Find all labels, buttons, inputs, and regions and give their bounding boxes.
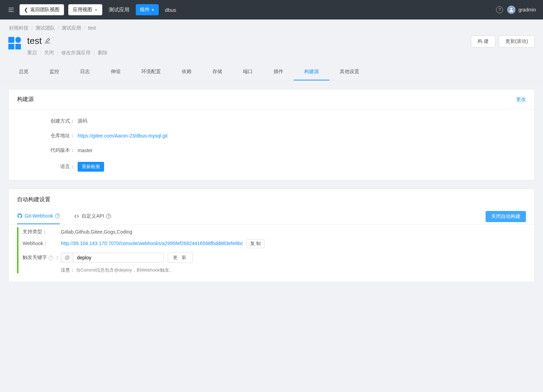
tab-git-webhook[interactable]: Git-Webhook ? bbox=[17, 213, 60, 224]
auto-build-title: 自动构建设置 bbox=[9, 189, 534, 206]
card-title: 构建源 bbox=[17, 96, 34, 103]
app-logo bbox=[8, 37, 22, 51]
note-label: 注意： bbox=[61, 267, 74, 273]
close-action[interactable]: 关闭 bbox=[41, 50, 57, 56]
git-webhook-label: Git-Webhook bbox=[25, 213, 53, 219]
sub-actions: 重启 关闭 修改所属应用 删除 bbox=[27, 50, 111, 56]
code-version-label: 代码版本 bbox=[44, 147, 75, 154]
webhook-label: Webhook： bbox=[23, 241, 61, 247]
help-icon[interactable]: ? bbox=[496, 6, 503, 13]
disable-auto-build-button[interactable]: 关闭自动构建 bbox=[486, 211, 526, 222]
create-method-label: 创建方式 bbox=[44, 118, 75, 124]
page-header: test 重启 关闭 修改所属应用 删除 构 建 更新(滚动) bbox=[0, 34, 543, 60]
build-source-card: 构建源 更改 创建方式 源码 仓库地址 https://gitee.com/Aa… bbox=[8, 89, 535, 180]
components-dropdown[interactable]: 组件 ▼ bbox=[136, 4, 159, 15]
avatar bbox=[507, 6, 516, 14]
components-label: 组件 bbox=[140, 7, 150, 13]
build-button[interactable]: 构 建 bbox=[471, 36, 495, 47]
app-view-dropdown[interactable]: 应用视图 ▼ bbox=[68, 4, 102, 15]
back-label: 返回团队视图 bbox=[30, 7, 60, 13]
tab-overview[interactable]: 总览 bbox=[8, 64, 39, 80]
tab-custom-api[interactable]: 自定义API ? bbox=[74, 213, 111, 224]
tab-other-settings[interactable]: 其他设置 bbox=[329, 64, 370, 80]
tab-storage[interactable]: 存储 bbox=[202, 64, 233, 80]
chevron-left-icon: ❮ bbox=[24, 7, 28, 13]
tab-scale[interactable]: 伸缩 bbox=[100, 64, 131, 80]
tab-env[interactable]: 环境配置 bbox=[131, 64, 171, 80]
status-bar bbox=[17, 227, 18, 273]
caret-down-icon: ▼ bbox=[151, 8, 155, 12]
change-link[interactable]: 更改 bbox=[516, 96, 526, 103]
note-text: 当Commit信息包含@deploy，则Webhook触发。 bbox=[76, 267, 174, 273]
trigger-label: 触发关键字? ： bbox=[23, 254, 61, 261]
create-method-value: 源码 bbox=[75, 118, 87, 124]
tab-plugin[interactable]: 插件 bbox=[263, 64, 294, 80]
svg-point-3 bbox=[511, 8, 512, 10]
trigger-keyword-input[interactable] bbox=[73, 253, 164, 262]
breadcrumb-item[interactable]: 好雨科技 bbox=[9, 25, 29, 31]
update-trigger-button[interactable]: 更 新 bbox=[168, 252, 193, 263]
api-icon bbox=[74, 213, 79, 219]
repo-url-label: 仓库地址 bbox=[44, 133, 75, 139]
back-to-team-button[interactable]: ❮ 返回团队视图 bbox=[19, 4, 64, 15]
tab-dependency[interactable]: 依赖 bbox=[171, 64, 202, 80]
copy-button[interactable]: 复 制 bbox=[246, 239, 265, 248]
view-label: 应用视图 bbox=[73, 7, 92, 13]
trigger-prefix: @ bbox=[61, 253, 73, 262]
auto-build-card: 自动构建设置 Git-Webhook ? 自定义API ? 关闭自动构建 bbox=[8, 189, 535, 282]
topbar: ❮ 返回团队视图 应用视图 ▼ 测试应用 组件 ▼ dbus ? gradmin bbox=[0, 0, 543, 19]
breadcrumb: 好雨科技 / 测试团队 / 测试应用 / test bbox=[0, 19, 543, 34]
main-tabs: 总览 监控 日志 伸缩 环境配置 依赖 存储 端口 插件 构建源 其他设置 bbox=[0, 64, 543, 81]
tab-monitor[interactable]: 监控 bbox=[39, 64, 70, 80]
repo-url-link[interactable]: https://gitee.com/Aaron-23/dbus-mysql.gi… bbox=[78, 133, 167, 139]
component-name-label: dbus bbox=[165, 7, 176, 13]
menu-toggle-icon[interactable] bbox=[7, 6, 15, 14]
help-icon[interactable]: ? bbox=[55, 213, 60, 218]
code-version-value: master bbox=[75, 148, 93, 153]
help-icon[interactable]: ? bbox=[106, 214, 111, 219]
update-rolling-button[interactable]: 更新(滚动) bbox=[499, 36, 535, 47]
breadcrumb-item: test bbox=[88, 25, 96, 31]
language-label: 语言 bbox=[44, 164, 75, 170]
webhook-url-link[interactable]: http://39.104.143.170:7070/console/webho… bbox=[61, 241, 243, 246]
edit-icon[interactable] bbox=[44, 37, 51, 45]
caret-down-icon: ▼ bbox=[94, 8, 98, 12]
user-menu[interactable]: gradmin bbox=[507, 6, 536, 14]
redetect-button[interactable]: 重新检测 bbox=[78, 162, 104, 172]
restart-action[interactable]: 重启 bbox=[27, 50, 40, 56]
username-label: gradmin bbox=[518, 7, 536, 13]
tab-port[interactable]: 端口 bbox=[233, 64, 263, 80]
app-name-label: 测试应用 bbox=[109, 7, 129, 13]
support-type-value: Gitlab,Github,Gitee,Gogs,Coding bbox=[61, 229, 526, 235]
delete-action[interactable]: 删除 bbox=[94, 50, 111, 56]
page-title: test bbox=[27, 36, 42, 46]
change-app-action[interactable]: 修改所属应用 bbox=[58, 50, 94, 56]
github-icon bbox=[17, 213, 23, 219]
breadcrumb-item[interactable]: 测试应用 bbox=[62, 25, 81, 31]
breadcrumb-item[interactable]: 测试团队 bbox=[36, 25, 55, 31]
support-type-label: 支持类型： bbox=[23, 229, 61, 235]
tab-build-source[interactable]: 构建源 bbox=[294, 64, 329, 80]
custom-api-label: 自定义API bbox=[81, 213, 104, 219]
help-icon[interactable]: ? bbox=[48, 256, 53, 260]
tab-logs[interactable]: 日志 bbox=[70, 64, 100, 80]
